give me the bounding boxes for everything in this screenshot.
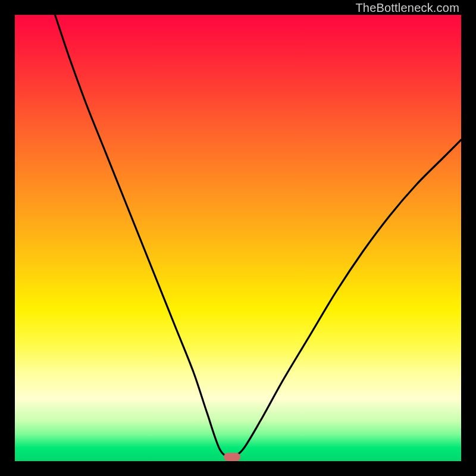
plot-area xyxy=(15,15,461,461)
optimal-point-marker xyxy=(224,453,240,461)
chart-frame: TheBottleneck.com xyxy=(0,0,476,476)
watermark-text: TheBottleneck.com xyxy=(355,1,459,15)
bottleneck-curve xyxy=(15,15,461,461)
